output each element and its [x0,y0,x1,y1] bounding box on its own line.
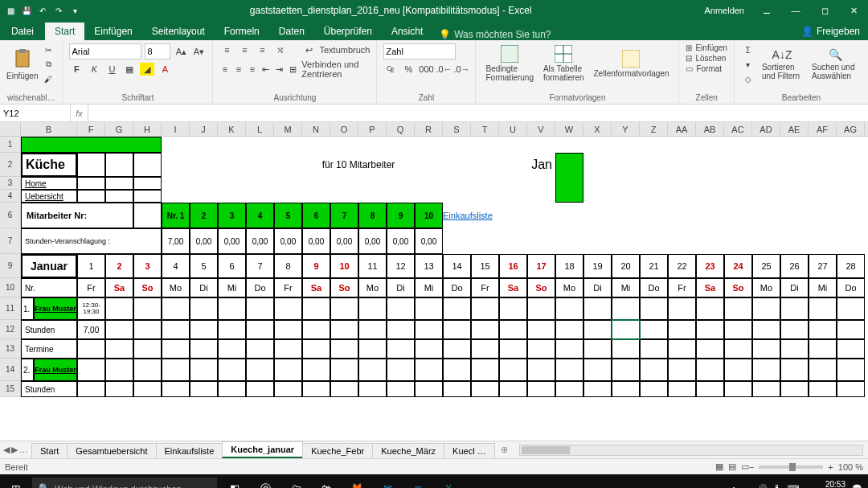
cell[interactable] [302,359,330,381]
cell[interactable]: Stunden [21,320,77,339]
cell[interactable] [190,320,218,339]
cell-styles-button[interactable]: Zellenformatvorlagen [591,48,673,80]
cell[interactable] [724,320,752,339]
cell[interactable] [302,381,330,397]
cell[interactable] [77,339,105,359]
cell[interactable]: 27 [809,254,837,278]
cell[interactable] [668,297,696,320]
cell[interactable] [274,320,302,339]
cell[interactable] [612,381,640,397]
col-header[interactable]: X [583,122,612,136]
col-header[interactable]: AB [696,122,724,136]
col-header[interactable]: V [527,122,555,136]
col-header[interactable]: T [471,122,499,136]
cell[interactable]: Stunden [21,381,77,397]
share-button[interactable]: 👤Freigeben [793,23,868,40]
cell[interactable] [640,381,668,397]
volume-icon[interactable]: 🔊 [757,484,767,488]
cell[interactable]: Di [190,278,218,297]
cell[interactable] [162,359,190,381]
align-top-icon[interactable]: ≡ [219,43,234,56]
sheet-tab[interactable]: Kueche_januar [222,441,303,458]
cell[interactable] [330,320,358,339]
cell[interactable]: Küche [21,153,77,177]
cell[interactable]: Mi [809,278,837,297]
cell[interactable] [302,320,330,339]
cell[interactable]: Home [21,177,77,190]
cell[interactable] [387,320,415,339]
cell[interactable] [218,339,246,359]
cell[interactable]: Do [640,278,668,297]
cell[interactable] [133,203,162,228]
cell[interactable]: 19 [583,254,612,278]
cell[interactable] [77,190,105,203]
row-header[interactable]: 12 [0,320,20,339]
col-header[interactable]: I [162,122,190,136]
cell[interactable] [471,339,499,359]
cell[interactable] [696,359,724,381]
cell[interactable] [302,339,330,359]
cell[interactable] [162,381,190,397]
cell[interactable] [274,297,302,320]
fill-color-icon[interactable]: ◢ [140,63,154,76]
cell[interactable]: 17 [527,254,555,278]
copy-icon[interactable]: ⧉ [41,58,55,71]
cell[interactable] [443,320,471,339]
tab-view[interactable]: Ansicht [382,23,432,40]
cell[interactable] [780,381,809,397]
cell[interactable] [640,297,668,320]
col-header[interactable]: N [302,122,330,136]
col-header[interactable]: AD [752,122,780,136]
col-header[interactable]: P [358,122,387,136]
cell[interactable]: Fr [274,278,302,297]
delete-cells-button[interactable]: ⊟Löschen [686,54,727,63]
cell[interactable] [809,320,837,339]
cell[interactable]: Sa [696,278,724,297]
zoom-level[interactable]: 100 % [838,462,863,472]
maximize-icon[interactable]: ◻ [810,0,839,21]
cell[interactable] [190,359,218,381]
cell[interactable] [668,359,696,381]
row-header[interactable]: 10 [0,278,20,297]
currency-icon[interactable]: ₠ [383,63,398,76]
cell[interactable]: 8 [358,203,387,228]
sheet-tab[interactable]: Kuecl … [444,443,495,458]
col-header[interactable]: AG [837,122,865,136]
cell[interactable]: Uebersicht [21,190,77,203]
cell[interactable] [612,339,640,359]
cell[interactable]: 10 [415,203,443,228]
cell[interactable]: Termine [21,339,77,359]
cell[interactable] [471,320,499,339]
cell[interactable] [780,339,809,359]
cell[interactable] [415,320,443,339]
cell[interactable] [809,359,837,381]
cell[interactable]: 2. [21,359,34,381]
cell[interactable] [752,381,780,397]
undo-icon[interactable]: ↶ [37,5,48,16]
cell[interactable] [218,381,246,397]
task-view-icon[interactable]: ◧ [220,474,249,488]
cell[interactable]: Stunden-Veranschlagung : [21,228,162,254]
cell[interactable] [218,297,246,320]
cell[interactable]: Di [387,278,415,297]
cell[interactable] [302,297,330,320]
decrease-font-icon[interactable]: A▾ [191,45,206,58]
col-header[interactable]: S [443,122,471,136]
cell[interactable]: 9 [302,254,330,278]
cell[interactable]: 16 [499,254,527,278]
cell[interactable] [21,137,162,153]
cell[interactable] [443,381,471,397]
cell[interactable]: Do [246,278,274,297]
cell[interactable] [809,381,837,397]
cell[interactable] [77,177,105,190]
increase-font-icon[interactable]: A▴ [174,45,188,58]
cell[interactable] [696,339,724,359]
save-icon[interactable]: 💾 [21,5,32,16]
row-header[interactable]: 2 [0,153,20,177]
cell[interactable] [499,339,527,359]
store-icon[interactable]: 🛍 [312,474,341,488]
sheet-nav-more-icon[interactable]: … [19,445,28,455]
cell[interactable] [415,339,443,359]
cell[interactable]: Do [837,278,865,297]
col-header[interactable]: L [246,122,274,136]
